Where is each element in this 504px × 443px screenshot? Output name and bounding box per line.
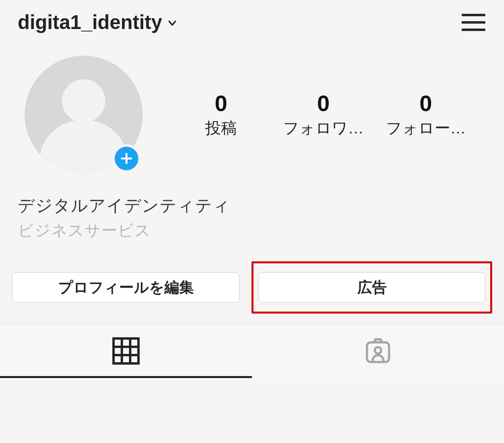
stat-following-label: フォロー…	[386, 118, 466, 139]
stat-posts-count: 0	[215, 90, 227, 117]
stat-following-count: 0	[419, 90, 432, 117]
stat-followers-count: 0	[317, 90, 330, 117]
ads-button[interactable]: 広告	[258, 272, 485, 303]
stat-followers[interactable]: 0 フォロワ…	[275, 90, 372, 139]
stat-followers-label: フォロワ…	[283, 118, 364, 139]
grid-icon	[110, 335, 142, 367]
profile-header: digita1_identity	[0, 0, 504, 43]
profile-summary: 0 投稿 0 フォロワ… 0 フォロー…	[0, 43, 504, 180]
tab-tagged[interactable]	[252, 324, 504, 378]
avatar[interactable]	[25, 56, 143, 174]
username-text: digita1_identity	[18, 11, 162, 33]
chevron-down-icon	[167, 15, 178, 31]
menu-button[interactable]	[461, 11, 486, 34]
profile-tabs	[0, 323, 504, 378]
svg-rect-7	[367, 343, 389, 362]
business-category: ビジネスサービス	[18, 220, 486, 242]
stat-posts-label: 投稿	[205, 118, 237, 139]
edit-profile-button[interactable]: プロフィールを編集	[12, 272, 240, 303]
stat-posts[interactable]: 0 投稿	[172, 90, 270, 139]
tab-grid[interactable]	[0, 324, 252, 378]
stats-row: 0 投稿 0 フォロワ… 0 フォロー…	[162, 90, 477, 139]
plus-icon	[120, 152, 133, 165]
svg-point-8	[375, 347, 381, 353]
action-buttons: プロフィールを編集 広告	[0, 242, 504, 320]
display-name: デジタルアイデンティティ	[18, 194, 486, 217]
username-switcher[interactable]: digita1_identity	[18, 11, 178, 33]
stat-following[interactable]: 0 フォロー…	[377, 90, 474, 139]
add-story-button[interactable]	[112, 144, 141, 173]
tagged-icon	[363, 336, 393, 366]
ads-highlight: 広告	[252, 261, 492, 314]
svg-rect-2	[114, 339, 139, 364]
bio-section: デジタルアイデンティティ ビジネスサービス	[0, 180, 504, 242]
